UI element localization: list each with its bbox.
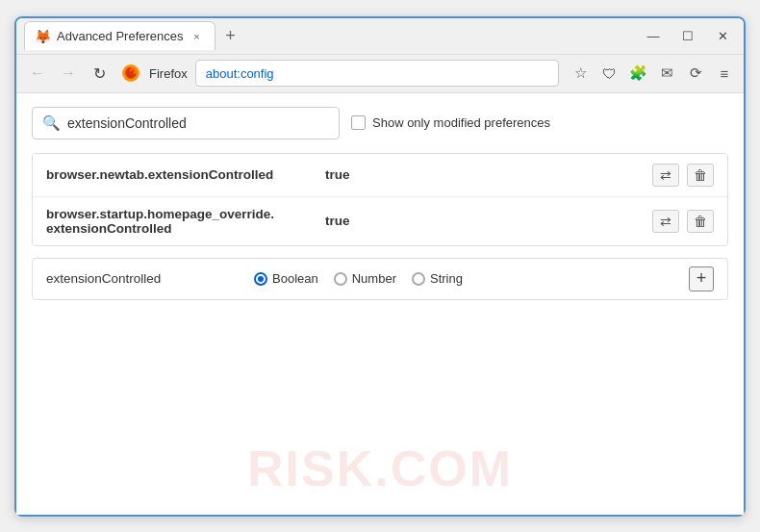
delete-button-1[interactable]: 🗑 (687, 164, 714, 187)
nav-icons: ☆ 🛡 🧩 ✉ ⟳ ≡ (569, 62, 736, 85)
sync-icon[interactable]: ⟳ (684, 62, 707, 85)
results-table: browser.newtab.extensionControlled true … (32, 153, 728, 246)
delete-button-2[interactable]: 🗑 (687, 210, 714, 233)
boolean-radio-label: Boolean (272, 271, 318, 286)
type-radio-group: Boolean Number String (254, 271, 673, 286)
table-row: browser.startup.homepage_override. exten… (33, 197, 727, 245)
search-input[interactable] (67, 115, 329, 131)
pref-value-1: true (325, 167, 643, 182)
new-pref-name: extensionControlled (46, 271, 239, 286)
extension-icon[interactable]: 🧩 (626, 62, 649, 85)
boolean-radio-circle (254, 272, 267, 286)
browser-tab[interactable]: 🦊 Advanced Preferences × (24, 21, 215, 50)
firefox-logo (120, 63, 141, 84)
show-modified-checkbox[interactable] (351, 115, 366, 130)
address-text: about:config (206, 66, 274, 81)
row-actions-2: ⇄ 🗑 (652, 210, 714, 233)
search-box[interactable]: 🔍 (32, 107, 340, 139)
add-plus-button[interactable]: + (689, 266, 714, 291)
number-radio-circle (334, 272, 347, 286)
restore-button[interactable]: ☐ (674, 26, 701, 45)
pref-value-2: true (325, 214, 643, 228)
tab-favicon: 🦊 (35, 29, 51, 44)
show-modified-label: Show only modified preferences (372, 115, 550, 130)
pref-name-2-container: browser.startup.homepage_override. exten… (46, 207, 316, 236)
bookmark-star-icon[interactable]: ☆ (569, 62, 592, 85)
table-row: browser.newtab.extensionControlled true … (33, 154, 727, 197)
address-bar[interactable]: about:config (195, 60, 559, 87)
string-radio-label: String (430, 271, 463, 286)
window-controls: — ☐ ✕ (640, 26, 736, 45)
reset-button-2[interactable]: ⇄ (652, 210, 679, 233)
row-actions-1: ⇄ 🗑 (652, 164, 714, 187)
boolean-radio-item[interactable]: Boolean (254, 271, 318, 286)
browser-window: 🦊 Advanced Preferences × + — ☐ ✕ ← → ↻ F… (14, 16, 746, 517)
pref-name-2-line1: browser.startup.homepage_override. (46, 207, 316, 221)
content-area: 🔍 Show only modified preferences browser… (16, 93, 744, 515)
number-radio-label: Number (352, 271, 396, 286)
search-row: 🔍 Show only modified preferences (32, 107, 728, 139)
number-radio-item[interactable]: Number (334, 271, 396, 286)
new-tab-button[interactable]: + (219, 24, 242, 47)
minimize-button[interactable]: — (640, 26, 667, 45)
reset-button-1[interactable]: ⇄ (652, 164, 679, 187)
string-radio-item[interactable]: String (412, 271, 463, 286)
show-modified-row: Show only modified preferences (351, 115, 550, 130)
reload-button[interactable]: ↻ (86, 60, 113, 87)
forward-button[interactable]: → (55, 60, 82, 87)
back-button[interactable]: ← (24, 60, 51, 87)
shield-icon[interactable]: 🛡 (597, 62, 621, 85)
browser-brand: Firefox (149, 66, 188, 81)
menu-icon[interactable]: ≡ (713, 62, 736, 85)
pref-name-2-line2: extensionControlled (46, 221, 316, 236)
search-icon: 🔍 (42, 114, 61, 132)
watermark: RISK.COM (247, 440, 513, 497)
close-button[interactable]: ✕ (709, 26, 736, 45)
tab-title: Advanced Preferences (57, 29, 184, 43)
nav-bar: ← → ↻ Firefox about:config ☆ 🛡 🧩 ✉ ⟳ ≡ (16, 55, 744, 93)
mail-icon[interactable]: ✉ (655, 62, 678, 85)
title-bar: 🦊 Advanced Preferences × + — ☐ ✕ (16, 18, 744, 55)
string-radio-circle (412, 272, 425, 286)
pref-name-1: browser.newtab.extensionControlled (46, 167, 316, 182)
add-preference-row: extensionControlled Boolean Number Strin… (32, 258, 728, 300)
tab-close-button[interactable]: × (190, 29, 205, 44)
